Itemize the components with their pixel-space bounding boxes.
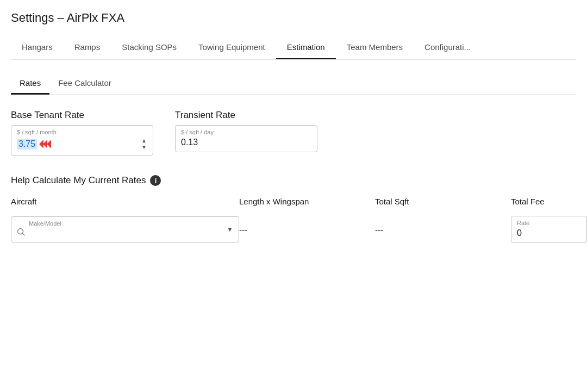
svg-line-4 xyxy=(23,234,25,236)
aircraft-cell: Make/Model ▼ xyxy=(11,216,239,242)
tab-stacking-sops[interactable]: Stacking SOPs xyxy=(111,36,188,60)
svg-marker-1 xyxy=(43,140,47,148)
tab-towing-equipment[interactable]: Towing Equipment xyxy=(188,36,276,60)
tab-team-members[interactable]: Team Members xyxy=(336,36,414,60)
main-navigation: Hangars Ramps Stacking SOPs Towing Equip… xyxy=(11,36,576,60)
help-section-header: Help Calculate My Current Rates i xyxy=(11,175,576,186)
transient-rate-value[interactable]: 0.13 xyxy=(181,138,198,147)
sub-tab-rates[interactable]: Rates xyxy=(11,73,49,95)
base-tenant-rate-sublabel: $ / sqft / month xyxy=(17,129,57,135)
transient-rate-sublabel: $ / sqft / day xyxy=(181,129,214,135)
sub-navigation: Rates Fee Calculator xyxy=(11,73,576,95)
dropdown-arrow-icon: ▼ xyxy=(221,221,239,238)
table-header: Aircraft Length x Wingspan Total Sqft To… xyxy=(11,197,576,211)
transient-rate-label: Transient Rate xyxy=(175,110,317,121)
table-row: Make/Model ▼ --- --- Ra xyxy=(11,211,576,247)
rates-section: Base Tenant Rate $ / sqft / month 3.75 xyxy=(11,110,576,155)
spinner-up[interactable]: ▲ xyxy=(140,138,148,144)
sub-tab-fee-calculator[interactable]: Fee Calculator xyxy=(49,73,120,95)
base-tenant-rate-input-wrapper: $ / sqft / month 3.75 ▲ ▼ xyxy=(11,125,153,155)
th-total-fee: Total Fee xyxy=(511,197,576,206)
search-icon xyxy=(11,220,21,239)
base-tenant-rate-spinner[interactable]: ▲ ▼ xyxy=(140,138,148,151)
calculator-table: Aircraft Length x Wingspan Total Sqft To… xyxy=(11,197,576,247)
svg-marker-2 xyxy=(39,140,43,148)
base-tenant-rate-value[interactable]: 3.75 xyxy=(17,139,37,150)
help-title: Help Calculate My Current Rates xyxy=(11,175,146,186)
info-icon[interactable]: i xyxy=(150,175,161,186)
transient-rate-group: Transient Rate $ / sqft / day 0.13 xyxy=(175,110,317,155)
length-wingspan-value: --- xyxy=(239,221,375,239)
th-total-sqft: Total Sqft xyxy=(375,197,511,206)
aircraft-select-wrapper[interactable]: Make/Model ▼ xyxy=(11,216,239,242)
total-sqft-value: --- xyxy=(375,221,511,239)
tab-ramps[interactable]: Ramps xyxy=(64,36,111,60)
th-length-wingspan: Length x Wingspan xyxy=(239,197,375,206)
transient-rate-input-wrapper: $ / sqft / day 0.13 xyxy=(175,125,317,152)
spinner-down[interactable]: ▼ xyxy=(140,144,148,151)
tab-hangars[interactable]: Hangars xyxy=(11,36,64,60)
total-fee-cell: Rate 0 xyxy=(511,216,587,243)
make-model-label: Make/Model xyxy=(29,220,61,227)
tab-estimation[interactable]: Estimation xyxy=(276,36,336,60)
svg-marker-0 xyxy=(47,140,51,148)
rate-sublabel: Rate xyxy=(517,220,529,226)
page-title: Settings – AirPlx FXA xyxy=(11,11,576,25)
tab-configuration[interactable]: Configurati... xyxy=(414,36,482,60)
base-tenant-rate-label: Base Tenant Rate xyxy=(11,110,153,121)
rewind-icon xyxy=(39,139,59,150)
rate-input-wrapper: Rate 0 xyxy=(511,216,587,243)
th-aircraft: Aircraft xyxy=(11,197,239,206)
base-tenant-rate-group: Base Tenant Rate $ / sqft / month 3.75 xyxy=(11,110,153,155)
